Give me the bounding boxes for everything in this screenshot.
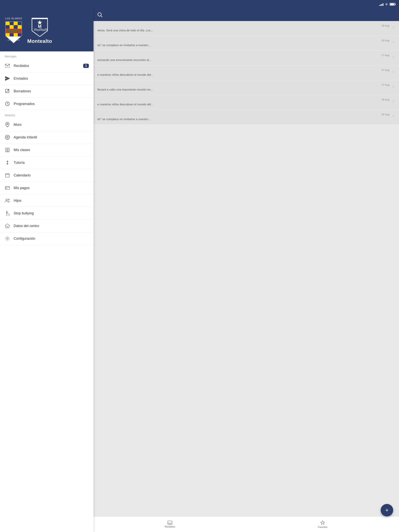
message-text: és" se complace en invitarlos a nuestro.…: [97, 117, 389, 121]
svg-rect-6: [14, 25, 18, 29]
envelope-icon: [5, 63, 10, 69]
star-icon[interactable]: ☆: [392, 114, 395, 118]
sidebar-item-calendario[interactable]: Calendario: [0, 169, 94, 182]
sidebar-item-enviados[interactable]: Enviados: [0, 72, 94, 85]
crest-svg: 🌲 🌲 🌲 🌲 omnia tempus habent: [4, 21, 23, 44]
svg-marker-21: [5, 76, 10, 81]
tab-favoritos[interactable]: Favoritos: [246, 519, 399, 530]
mis-pagos-label: Mis pagos: [14, 186, 89, 190]
search-icon[interactable]: [97, 12, 103, 17]
face-icon: [5, 134, 10, 140]
message-text: és" se complace en invitarlos a nuestro.…: [97, 43, 389, 47]
star-tab-icon: [320, 520, 325, 525]
svg-rect-16: [18, 33, 22, 37]
muro-label: Muro: [14, 123, 89, 127]
sidebar-item-mis-clases[interactable]: Mis clases: [0, 144, 94, 156]
school-title: Montealto: [27, 38, 52, 44]
star-icon[interactable]: ☆: [392, 25, 395, 30]
message-date: 18 Aug: [97, 39, 389, 42]
sidebar-item-agenda-infantil[interactable]: Agenda Infantil: [0, 131, 94, 144]
svg-point-45: [7, 238, 8, 239]
sidebar-item-hijos[interactable]: Hijos: [0, 194, 94, 207]
top-bar: [94, 9, 399, 21]
sidebar-item-mis-pagos[interactable]: Mis pagos: [0, 182, 94, 194]
sidebar-item-borradores[interactable]: Borradores: [0, 85, 94, 98]
stop-bullying-label: Stop bullying: [14, 211, 89, 215]
datos-del-centro-label: Datos del centro: [14, 224, 89, 228]
send-icon: [5, 76, 10, 81]
status-bar: [0, 0, 399, 9]
calendario-label: Calendario: [14, 173, 89, 177]
star-icon[interactable]: ☆: [392, 84, 395, 89]
school-name-small: LOS ÁLAMOS: [5, 17, 22, 20]
message-list: 18 Aug elona. Será una visira de todo el…: [94, 21, 399, 516]
star-icon[interactable]: ☆: [392, 99, 395, 104]
section-modulos-label: Módulos: [0, 110, 94, 118]
sidebar-item-recibidos[interactable]: Recibidos 1: [0, 60, 94, 72]
tutoria-label: Tutoría: [14, 161, 89, 165]
svg-rect-14: [10, 33, 14, 37]
sidebar-item-programados[interactable]: Programados: [0, 98, 94, 110]
message-content: 17 Aug anizando una emocionante excursió…: [97, 54, 389, 62]
message-text: anizando una emocionante excursión al...: [97, 58, 389, 62]
tab-recibidos[interactable]: Recibidos: [94, 519, 246, 530]
message-text: e nuestros niños descubran el mundo del.…: [97, 73, 389, 77]
signal-icon: [379, 3, 383, 6]
sidebar-item-stop-bullying[interactable]: Stop bullying: [0, 207, 94, 220]
enviados-label: Enviados: [14, 76, 89, 81]
montealto-shield-icon: M: [31, 17, 49, 37]
svg-point-28: [8, 137, 8, 137]
message-content: 18 Aug és" se complace en invitarlos a n…: [97, 39, 389, 47]
star-icon[interactable]: ☆: [392, 69, 395, 74]
sidebar-item-configuracion[interactable]: Configuración: [0, 232, 94, 245]
sidebar-header: LOS ÁLAMOS: [0, 9, 94, 51]
mis-clases-label: Mis clases: [14, 148, 89, 152]
section-mensajes-label: Mensajes: [0, 51, 94, 60]
inbox-tab-icon: [167, 521, 172, 525]
battery-icon: [390, 3, 395, 6]
sidebar-item-tutoria[interactable]: Tutoría: [0, 156, 94, 169]
message-item[interactable]: 17 Aug llevará a cabo una importante reu…: [94, 80, 399, 95]
agenda-infantil-label: Agenda Infantil: [14, 135, 89, 139]
sidebar-item-datos-del-centro[interactable]: Datos del centro: [0, 220, 94, 232]
hand-icon: [5, 210, 10, 216]
star-icon[interactable]: ☆: [392, 40, 395, 44]
svg-rect-35: [6, 174, 9, 177]
sidebar: LOS ÁLAMOS: [0, 9, 94, 532]
svg-rect-7: [18, 25, 22, 29]
wifi-icon: [385, 3, 388, 6]
message-item[interactable]: 16 Aug e nuestros niños descubran el mun…: [94, 95, 399, 109]
svg-point-27: [7, 137, 7, 137]
svg-rect-13: [6, 33, 10, 37]
location-icon: [5, 122, 10, 127]
message-item[interactable]: 18 Aug és" se complace en invitarlos a n…: [94, 36, 399, 50]
message-item[interactable]: 18 Aug elona. Será una visira de todo el…: [94, 21, 399, 35]
people-icon: [5, 198, 10, 203]
svg-rect-2: [14, 22, 18, 25]
svg-rect-39: [5, 186, 10, 190]
compose-fab[interactable]: +: [381, 504, 393, 516]
message-item[interactable]: 17 Aug anizando una emocionante excursió…: [94, 51, 399, 65]
svg-rect-18: [32, 18, 48, 19]
message-item[interactable]: 17 Aug e nuestros niños descubran el mun…: [94, 65, 399, 80]
message-content: 18 Aug elona. Será una visira de todo el…: [97, 24, 389, 32]
tab-recibidos-label: Recibidos: [165, 525, 175, 528]
svg-point-25: [7, 123, 8, 125]
gear-icon: [5, 236, 10, 241]
svg-point-26: [5, 135, 10, 139]
svg-rect-0: [6, 22, 10, 25]
tab-favoritos-label: Favoritos: [318, 526, 327, 528]
svg-line-47: [101, 16, 102, 17]
message-date: 18 Aug: [97, 24, 389, 27]
star-icon[interactable]: ☆: [392, 55, 395, 59]
message-item[interactable]: 16 Aug és" se complace en invitarlos a n…: [94, 110, 399, 124]
message-content: 17 Aug llevará a cabo una importante reu…: [97, 83, 389, 92]
card-icon: [5, 185, 10, 191]
sidebar-item-muro[interactable]: Muro: [0, 118, 94, 131]
svg-point-43: [8, 199, 9, 200]
logo-montealto: M Montealto: [27, 17, 52, 44]
message-text: llevará a cabo una importante reunión en…: [97, 88, 389, 92]
arrows-icon: [5, 160, 10, 165]
svg-point-46: [98, 13, 101, 16]
svg-text:🌲: 🌲: [10, 30, 13, 33]
